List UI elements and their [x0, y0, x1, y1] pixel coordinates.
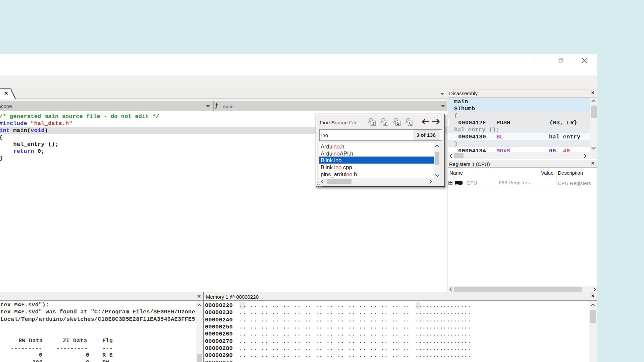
svg-text:F: F	[384, 121, 387, 126]
svg-text:T: T	[372, 121, 374, 126]
svg-text:C: C	[409, 121, 412, 126]
svg-text:G: G	[396, 121, 399, 126]
